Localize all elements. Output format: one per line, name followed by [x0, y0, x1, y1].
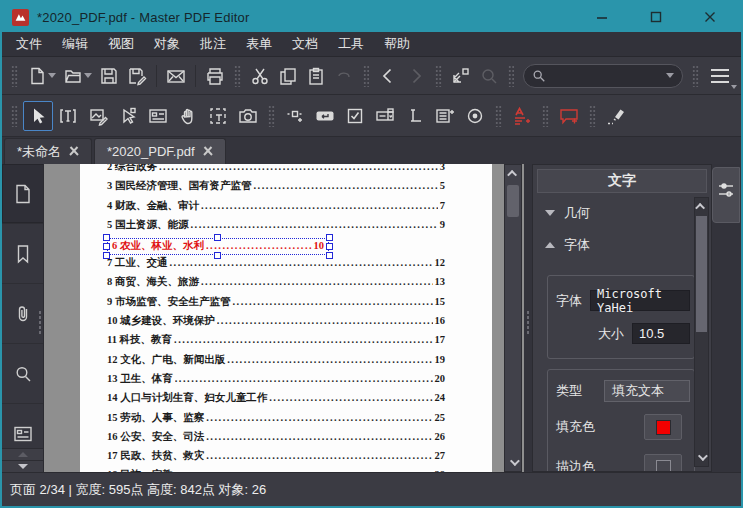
add-form-field-tool-button[interactable] [280, 101, 310, 131]
listbox-field-tool-button[interactable] [430, 101, 460, 131]
page-thumbnails-button[interactable] [2, 164, 44, 224]
scrollbar-thumb[interactable] [507, 185, 519, 217]
fill-color-button[interactable] [644, 414, 682, 440]
email-button[interactable] [162, 61, 190, 91]
selection-handle-sw[interactable] [103, 252, 110, 259]
panel-splitter-handle[interactable] [526, 310, 530, 336]
stroke-color-button[interactable] [644, 454, 682, 472]
fit-selection-button[interactable] [447, 61, 475, 91]
search-input[interactable] [546, 69, 666, 83]
selection-handle-ne[interactable] [326, 234, 333, 241]
toolbar-grip[interactable] [234, 65, 241, 87]
edit-text-tool-button[interactable] [53, 101, 83, 131]
eraser-tool-button[interactable] [601, 101, 631, 131]
pdf-page[interactable]: 2 综合政务..................................… [80, 164, 492, 472]
select-tool-button[interactable] [23, 101, 53, 131]
toc-line[interactable]: 13 卫生、体育................................… [107, 372, 445, 391]
toolbar-grip[interactable] [11, 105, 18, 127]
selection-handle-n[interactable] [214, 234, 221, 241]
hand-tool-button[interactable] [173, 101, 203, 131]
menu-forms[interactable]: 表单 [236, 32, 282, 56]
checkbox-field-tool-button[interactable] [340, 101, 370, 131]
edit-forms-tool-button[interactable] [143, 101, 173, 131]
minimize-button[interactable] [587, 6, 617, 28]
toc-line[interactable]: 10 城乡建设、环境保护............................… [107, 314, 445, 333]
selection-handle-s[interactable] [214, 252, 221, 259]
menu-object[interactable]: 对象 [144, 32, 190, 56]
document-view[interactable]: 2 综合政务..................................… [44, 164, 524, 472]
add-sticky-note-tool-button[interactable] [554, 101, 584, 131]
selection-handle-se[interactable] [326, 252, 333, 259]
toolbar-grip[interactable] [435, 65, 442, 87]
toc-line[interactable]: 3 国民经济管理、国有资产监管.........................… [107, 179, 445, 198]
toc-line-selected[interactable]: 6 农业、林业、水利..............................… [107, 238, 329, 255]
menu-file[interactable]: 文件 [6, 32, 52, 56]
toc-line[interactable]: 4 财政、金融、审计..............................… [107, 199, 445, 218]
sidebar-splitter-handle[interactable] [38, 310, 42, 336]
panel-scroll-down-button[interactable] [695, 450, 708, 465]
document-scrollbar[interactable] [504, 164, 522, 472]
panel-scrollbar-thumb[interactable] [696, 216, 707, 332]
bookmarks-button[interactable] [2, 224, 44, 284]
tab-2020-pdf[interactable]: *2020_PDF.pdf [94, 138, 225, 164]
toolbar-grip[interactable] [589, 105, 596, 127]
close-button[interactable] [695, 6, 725, 28]
save-button[interactable] [95, 61, 123, 91]
toc-line[interactable]: 11 科技、教育................................… [107, 333, 445, 352]
toolbar-grip[interactable] [495, 105, 502, 127]
menu-document[interactable]: 文档 [282, 32, 328, 56]
edit-image-tool-button[interactable] [83, 101, 113, 131]
maximize-button[interactable] [641, 6, 671, 28]
tab-close-icon[interactable] [69, 144, 79, 159]
menu-view[interactable]: 视图 [98, 32, 144, 56]
new-document-button[interactable] [23, 61, 51, 91]
search-sidebar-button[interactable] [2, 344, 44, 404]
toc-line[interactable]: 18 民族、宗教................................… [107, 468, 445, 472]
select-text-tool-button[interactable] [203, 101, 233, 131]
radio-field-tool-button[interactable] [460, 101, 490, 131]
toolbar-grip[interactable] [692, 65, 699, 87]
back-button[interactable] [374, 61, 402, 91]
toc-line[interactable]: 7 工业、交通.................................… [107, 256, 445, 275]
text-field-tool-button[interactable] [400, 101, 430, 131]
toolbar-grip[interactable] [268, 105, 275, 127]
forward-button[interactable] [402, 61, 430, 91]
undo-button[interactable] [330, 61, 358, 91]
search-box[interactable] [523, 64, 683, 88]
section-font[interactable]: 字体 [533, 229, 711, 261]
main-menu-button[interactable] [704, 61, 737, 91]
font-name-field[interactable]: Microsoft YaHei [590, 290, 690, 311]
combobox-field-tool-button[interactable] [370, 101, 400, 131]
panel-splitter[interactable] [524, 164, 532, 472]
print-button[interactable] [201, 61, 229, 91]
snapshot-tool-button[interactable] [233, 101, 263, 131]
toc-line[interactable]: 16 公安、安全、司法.............................… [107, 430, 445, 449]
zoom-tool-button[interactable] [475, 61, 503, 91]
toc-line[interactable]: 5 国土资源、能源...............................… [107, 218, 445, 237]
sidebar-scroll-down-button[interactable] [2, 460, 44, 472]
selection-handle-nw[interactable] [103, 234, 110, 241]
save-as-button[interactable] [123, 61, 151, 91]
panel-scroll-up-button[interactable] [695, 199, 708, 214]
sidebar-scroll-up-button[interactable] [2, 448, 44, 460]
panel-scrollbar[interactable] [694, 197, 709, 467]
toc-line[interactable]: 8 商贸、海关、旅游..............................… [107, 275, 445, 294]
menu-help[interactable]: 帮助 [374, 32, 420, 56]
toolbar-grip[interactable] [542, 105, 549, 127]
toc-line[interactable]: 15 劳动、人事、监察.............................… [107, 411, 445, 430]
section-geometry[interactable]: 几何 [533, 197, 711, 229]
menu-tools[interactable]: 工具 [328, 32, 374, 56]
search-dropdown-icon[interactable] [666, 73, 674, 78]
toc-line[interactable]: 9 市场监管、安全生产监管...........................… [107, 295, 445, 314]
toc-line[interactable]: 17 民政、扶贫、救灾.............................… [107, 449, 445, 468]
toc-line[interactable]: 14 人口与计划生育、妇女儿童工作.......................… [107, 391, 445, 410]
toolbar-grip[interactable] [363, 65, 370, 87]
toolbar-grip[interactable] [508, 65, 515, 87]
type-dropdown[interactable]: 填充文本 [604, 380, 690, 402]
menu-edit[interactable]: 编辑 [52, 32, 98, 56]
menu-annotate[interactable]: 批注 [190, 32, 236, 56]
selection-handle-w[interactable] [103, 243, 110, 250]
toc-line[interactable]: 12 文化、广电、新闻出版...........................… [107, 353, 445, 372]
tab-untitled[interactable]: *未命名 [4, 138, 92, 164]
scroll-up-button[interactable] [505, 166, 521, 181]
